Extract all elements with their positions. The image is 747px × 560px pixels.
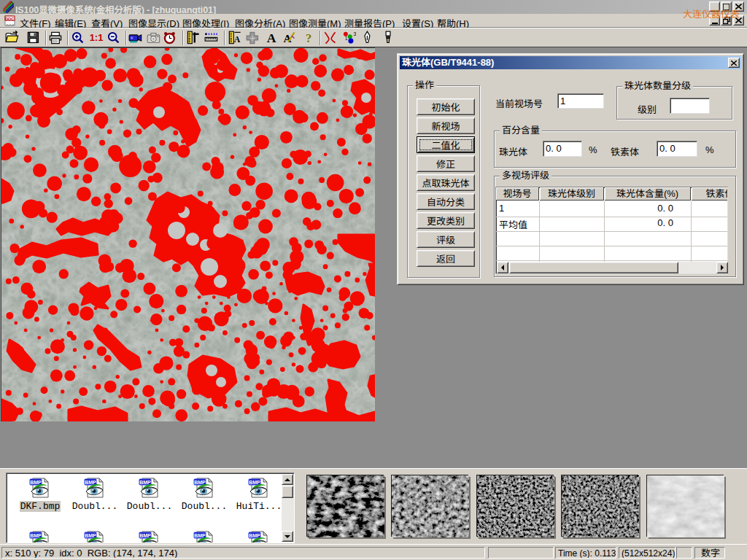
- svg-text:DOC: DOC: [5, 17, 14, 21]
- svg-text:1:1: 1:1: [90, 32, 104, 43]
- svg-text:3: 3: [353, 31, 356, 36]
- svg-text:BMP: BMP: [30, 480, 42, 485]
- svg-text:BMP: BMP: [194, 480, 206, 485]
- svg-text:BMP: BMP: [85, 533, 96, 538]
- svg-text:BMP: BMP: [194, 533, 206, 538]
- svg-text:BMP: BMP: [85, 480, 96, 485]
- svg-text:BMP: BMP: [30, 533, 42, 538]
- svg-text:BMP: BMP: [139, 480, 151, 485]
- svg-text:1: 1: [345, 36, 348, 41]
- svg-text:A: A: [267, 31, 276, 45]
- svg-text:BMP: BMP: [249, 480, 260, 485]
- svg-text:A: A: [234, 35, 241, 44]
- svg-text:BMP: BMP: [139, 533, 151, 538]
- svg-text:?: ?: [306, 31, 311, 45]
- svg-text:BMP: BMP: [249, 533, 260, 538]
